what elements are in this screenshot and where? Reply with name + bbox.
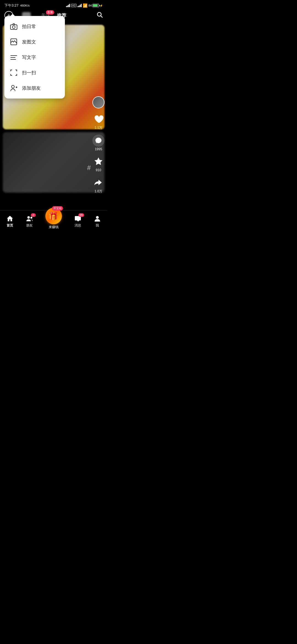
bottom-nav: 首页 朋友 2 开宝箱 🎁 来赚钱 消息 99 我 — [0, 210, 107, 232]
menu-item-text[interactable]: 写文字 — [4, 50, 65, 65]
status-left: 下午3:27 460K/s — [4, 3, 30, 8]
tab-me-label: 我 — [96, 223, 99, 228]
menu-item-add-friend[interactable]: 添加朋友 — [4, 80, 65, 96]
status-time: 下午3:27 — [4, 3, 18, 8]
svg-point-12 — [30, 217, 32, 219]
comment-action[interactable]: 1995 — [92, 135, 105, 151]
star-icon — [92, 155, 105, 168]
tab-friends-label: 朋友 — [26, 223, 33, 228]
search-button[interactable] — [96, 11, 103, 20]
tab-me[interactable]: 我 — [94, 215, 101, 228]
battery-percent: 84 — [89, 4, 92, 7]
svg-point-11 — [27, 216, 30, 219]
scan-icon — [10, 69, 18, 77]
menu-item-image-text[interactable]: 发图文 — [4, 34, 65, 50]
menu-add-friend-label: 添加朋友 — [22, 85, 41, 91]
menu-text-label: 写文字 — [22, 54, 36, 61]
wifi-icon: 📶 — [83, 3, 87, 8]
me-icon — [94, 215, 101, 222]
dropdown-menu: 拍日常 发图文 写文字 — [4, 16, 65, 99]
like-action[interactable]: 1.1万 — [92, 113, 105, 130]
svg-point-8 — [12, 85, 14, 88]
avatar — [92, 96, 105, 108]
signal-icon-2 — [78, 4, 82, 7]
menu-item-photo[interactable]: 拍日常 — [4, 19, 65, 34]
battery: 84 ⚡ — [89, 4, 103, 7]
text-icon — [10, 53, 18, 61]
earn-top-badge: 开宝箱 — [52, 206, 63, 211]
share-action[interactable]: 1.0万 — [92, 176, 105, 194]
status-bar: 下午3:27 460K/s HD 📶 84 ⚡ — [0, 0, 107, 10]
signal-icon — [66, 4, 70, 7]
tab-home-label: 首页 — [7, 223, 13, 228]
tab-earn[interactable]: 开宝箱 🎁 来赚钱 — [45, 208, 62, 230]
comment-count: 1995 — [95, 147, 102, 151]
menu-image-text-label: 发图文 — [22, 39, 36, 45]
menu-scan-label: 扫一扫 — [22, 70, 36, 76]
status-right: HD 📶 84 ⚡ — [66, 3, 103, 8]
earn-icon: 🎁 — [49, 212, 58, 221]
menu-item-scan[interactable]: 扫一扫 — [4, 65, 65, 80]
share-icon — [92, 176, 105, 189]
svg-point-13 — [96, 216, 99, 219]
favorite-action[interactable]: 910 — [92, 155, 105, 172]
heart-icon — [92, 113, 105, 125]
status-speed: 460K/s — [20, 4, 29, 7]
dropdown-arrow — [10, 14, 15, 16]
like-count: 1.1万 — [95, 125, 103, 130]
favorite-count: 910 — [96, 168, 101, 172]
share-count: 1.0万 — [95, 189, 103, 194]
tab-messages[interactable]: 消息 99 — [74, 215, 81, 228]
live-badge: 直播 — [46, 10, 54, 15]
svg-line-1 — [101, 16, 103, 18]
friends-badge: 2 — [31, 213, 36, 217]
camera-icon — [10, 23, 18, 30]
person-add-icon — [10, 84, 18, 92]
lightning-icon: ⚡ — [100, 4, 103, 7]
hashtag-icon: # — [87, 164, 91, 172]
tab-home[interactable]: 首页 — [6, 215, 13, 228]
earn-circle: 开宝箱 🎁 — [45, 208, 62, 224]
battery-icon — [92, 4, 99, 7]
comment-icon — [92, 135, 105, 147]
home-icon — [6, 215, 13, 222]
post-card-2 — [3, 132, 105, 193]
tab-earn-label: 来赚钱 — [49, 225, 59, 230]
image-text-icon — [10, 38, 18, 46]
messages-badge: 99 — [78, 213, 84, 217]
side-actions: 1.1万 1995 910 1.0万 — [92, 96, 105, 194]
menu-photo-label: 拍日常 — [22, 23, 36, 30]
svg-point-3 — [12, 26, 15, 29]
tab-friends[interactable]: 朋友 2 — [26, 215, 33, 228]
hd-badge: HD — [71, 4, 76, 7]
tab-messages-label: 消息 — [75, 223, 81, 228]
